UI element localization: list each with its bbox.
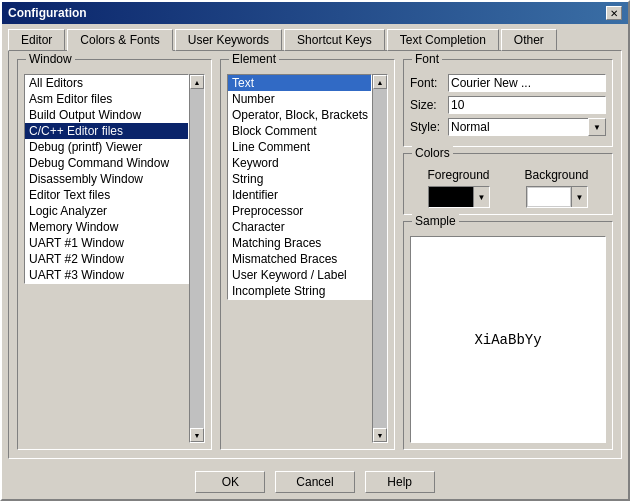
scroll-down-arrow[interactable]: ▼ — [190, 428, 204, 442]
bottom-buttons: OK Cancel Help — [2, 465, 628, 499]
font-style-label: Style: — [410, 120, 448, 134]
background-color-picker[interactable]: ▼ — [526, 186, 588, 208]
element-listbox[interactable]: TextNumberOperator, Block, BracketsBlock… — [227, 74, 372, 300]
background-dropdown-btn[interactable]: ▼ — [571, 187, 587, 207]
window-list-item[interactable]: Build Output Window — [25, 107, 188, 123]
font-style-row: Style: Normal Bold Italic Bold Italic ▼ — [410, 118, 606, 136]
foreground-swatch — [429, 187, 473, 207]
tab-user-keywords[interactable]: User Keywords — [175, 29, 282, 51]
main-columns: Window All EditorsAsm Editor filesBuild … — [17, 59, 613, 450]
tab-shortcut-keys[interactable]: Shortcut Keys — [284, 29, 385, 51]
window-group: Window All EditorsAsm Editor filesBuild … — [17, 59, 212, 450]
cancel-button[interactable]: Cancel — [275, 471, 354, 493]
element-list-item[interactable]: Keyword — [228, 155, 371, 171]
colors-header: Foreground Background — [410, 168, 606, 182]
element-list-item[interactable]: Mismatched Braces — [228, 251, 371, 267]
dialog-title: Configuration — [8, 6, 87, 20]
color-pickers: ▼ ▼ — [410, 186, 606, 208]
element-scroll-track — [373, 89, 387, 428]
sample-group-label: Sample — [412, 214, 459, 228]
element-list-item[interactable]: Block Comment — [228, 123, 371, 139]
scroll-track — [190, 89, 204, 428]
window-list-item[interactable]: Debug (printf) Viewer — [25, 139, 188, 155]
window-list-item[interactable]: Asm Editor files — [25, 91, 188, 107]
font-size-row: Size: 10 — [410, 96, 606, 114]
element-list: TextNumberOperator, Block, BracketsBlock… — [227, 74, 372, 443]
tab-content: Window All EditorsAsm Editor filesBuild … — [8, 50, 622, 459]
element-list-item[interactable]: Matching Braces — [228, 235, 371, 251]
window-list-item[interactable]: Debug Command Window — [25, 155, 188, 171]
foreground-label: Foreground — [427, 168, 489, 182]
element-list-container: TextNumberOperator, Block, BracketsBlock… — [227, 74, 388, 443]
font-size-label: Size: — [410, 98, 448, 112]
element-list-item[interactable]: Text — [228, 75, 371, 91]
element-list-item[interactable]: Number — [228, 91, 371, 107]
configuration-dialog: Configuration ✕ Editor Colors & Fonts Us… — [0, 0, 630, 501]
element-list-item[interactable]: Preprocessor — [228, 203, 371, 219]
window-list-item[interactable]: UART #1 Window — [25, 235, 188, 251]
tab-other[interactable]: Other — [501, 29, 557, 51]
window-list-item[interactable]: Logic Analyzer — [25, 203, 188, 219]
tab-editor[interactable]: Editor — [8, 29, 65, 51]
window-list-item[interactable]: Disassembly Window — [25, 171, 188, 187]
background-label: Background — [524, 168, 588, 182]
font-name-row: Font: Courier New ... — [410, 74, 606, 92]
element-scroll-up[interactable]: ▲ — [373, 75, 387, 89]
close-button[interactable]: ✕ — [606, 6, 622, 20]
element-list-item[interactable]: Identifier — [228, 187, 371, 203]
window-group-label: Window — [26, 52, 75, 66]
background-swatch — [527, 187, 571, 207]
tab-text-completion[interactable]: Text Completion — [387, 29, 499, 51]
element-list-item[interactable]: Line Comment — [228, 139, 371, 155]
ok-button[interactable]: OK — [195, 471, 265, 493]
element-scroll-down[interactable]: ▼ — [373, 428, 387, 442]
element-scrollbar[interactable]: ▲ ▼ — [372, 74, 388, 443]
window-column: Window All EditorsAsm Editor filesBuild … — [17, 59, 212, 450]
element-group-label: Element — [229, 52, 279, 66]
foreground-dropdown-btn[interactable]: ▼ — [473, 187, 489, 207]
colors-group: Colors Foreground Background ▼ ▼ — [403, 153, 613, 215]
window-list-item[interactable]: UART #3 Window — [25, 267, 188, 283]
window-scrollbar[interactable]: ▲ ▼ — [189, 74, 205, 443]
colors-group-label: Colors — [412, 146, 453, 160]
sample-text-area: XiAaBbYy — [410, 236, 606, 443]
element-list-item[interactable]: Character — [228, 219, 371, 235]
window-list: All EditorsAsm Editor filesBuild Output … — [24, 74, 189, 443]
sample-text: XiAaBbYy — [474, 332, 541, 348]
window-list-item[interactable]: All Editors — [25, 75, 188, 91]
font-style-wrapper: Normal Bold Italic Bold Italic ▼ — [448, 118, 606, 136]
help-button[interactable]: Help — [365, 471, 435, 493]
font-style-select[interactable]: Normal Bold Italic Bold Italic — [448, 118, 606, 136]
sample-group: Sample XiAaBbYy — [403, 221, 613, 450]
element-list-item[interactable]: String — [228, 171, 371, 187]
window-listbox[interactable]: All EditorsAsm Editor filesBuild Output … — [24, 74, 189, 284]
element-column: Element TextNumberOperator, Block, Brack… — [220, 59, 395, 450]
window-list-item[interactable]: Memory Window — [25, 219, 188, 235]
element-group: Element TextNumberOperator, Block, Brack… — [220, 59, 395, 450]
font-group: Font Font: Courier New ... Size: 10 Styl… — [403, 59, 613, 147]
window-list-container: All EditorsAsm Editor filesBuild Output … — [24, 74, 205, 443]
font-name-input[interactable]: Courier New ... — [448, 74, 606, 92]
font-size-input[interactable]: 10 — [448, 96, 606, 114]
foreground-color-picker[interactable]: ▼ — [428, 186, 490, 208]
element-list-item[interactable]: Operator, Block, Brackets — [228, 107, 371, 123]
element-list-item[interactable]: User Keyword / Label — [228, 267, 371, 283]
tab-colors-fonts[interactable]: Colors & Fonts — [67, 29, 172, 51]
title-bar: Configuration ✕ — [2, 2, 628, 24]
scroll-up-arrow[interactable]: ▲ — [190, 75, 204, 89]
window-list-item[interactable]: UART #2 Window — [25, 251, 188, 267]
window-list-item[interactable]: C/C++ Editor files — [25, 123, 188, 139]
font-color-column: Font Font: Courier New ... Size: 10 Styl… — [403, 59, 613, 450]
tabs-row: Editor Colors & Fonts User Keywords Shor… — [2, 24, 628, 50]
window-list-item[interactable]: Editor Text files — [25, 187, 188, 203]
font-name-label: Font: — [410, 76, 448, 90]
font-group-label: Font — [412, 52, 442, 66]
element-list-item[interactable]: Incomplete String — [228, 283, 371, 299]
